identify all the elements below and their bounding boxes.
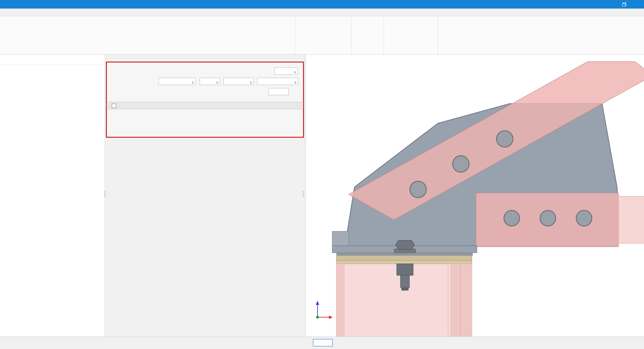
column-flange-left	[336, 264, 344, 337]
shim-plate	[336, 256, 472, 261]
splitter-grip-right[interactable]	[303, 192, 304, 198]
chevron-down-icon	[216, 79, 218, 84]
operation-properties	[106, 62, 304, 138]
bolt	[496, 131, 513, 147]
bolt	[504, 210, 520, 226]
restore-icon	[622, 2, 626, 6]
base-plate-lip	[336, 253, 473, 256]
slice-type-select[interactable]	[159, 78, 196, 85]
origin-dot	[316, 316, 319, 319]
base-plate-edge	[332, 231, 349, 246]
ribbon-group-library	[384, 16, 438, 54]
slice-part-select[interactable]	[223, 78, 254, 85]
operations-list	[0, 68, 105, 68]
bolt	[540, 210, 556, 226]
chevron-down-icon	[250, 79, 252, 84]
window-controls	[618, 0, 644, 9]
z-axis-arrow	[316, 301, 319, 305]
property-panel-area	[105, 55, 305, 337]
restore-button[interactable]	[618, 0, 631, 9]
close-button[interactable]	[631, 0, 644, 9]
operations-tree-panel	[0, 55, 105, 337]
anchor-nut	[397, 264, 413, 275]
splitter-grip-left[interactable]	[104, 192, 106, 198]
ribbon-group-images	[351, 16, 384, 54]
ribbon-tab-row	[0, 9, 644, 16]
bottom-bar	[0, 337, 644, 349]
anchor-shaft	[400, 275, 410, 288]
slice-face-select[interactable]	[257, 78, 298, 85]
application-window	[0, 0, 644, 349]
ribbon-group-edit	[295, 16, 352, 54]
connection-3d-scene	[306, 55, 644, 337]
bolt	[410, 181, 426, 198]
chevron-down-icon	[192, 79, 194, 84]
axes-triad	[316, 301, 333, 319]
shim-plate	[336, 260, 472, 264]
bolt	[576, 210, 592, 226]
beam-horizontal-end	[619, 196, 644, 243]
ribbon-group-operations	[0, 16, 295, 54]
accept-button[interactable]	[313, 339, 333, 346]
operations-header	[0, 65, 105, 68]
ribbon	[0, 16, 644, 55]
viewport-3d[interactable]	[305, 55, 644, 337]
welds-checkbox[interactable]	[112, 103, 116, 108]
anchor-bolt-head	[395, 240, 414, 249]
plate-select[interactable]	[274, 67, 298, 75]
slice-member-select[interactable]	[200, 78, 220, 85]
chevron-down-icon	[294, 69, 296, 74]
tree-toolbar	[0, 55, 105, 65]
titlebar	[0, 0, 644, 9]
x-axis-arrow	[329, 315, 333, 319]
chevron-down-icon	[294, 79, 297, 84]
column-flange-right	[450, 264, 472, 337]
anchor-tip	[401, 288, 409, 291]
welds-section	[107, 102, 303, 109]
bolt	[452, 156, 469, 172]
displacement-input[interactable]	[268, 88, 289, 95]
